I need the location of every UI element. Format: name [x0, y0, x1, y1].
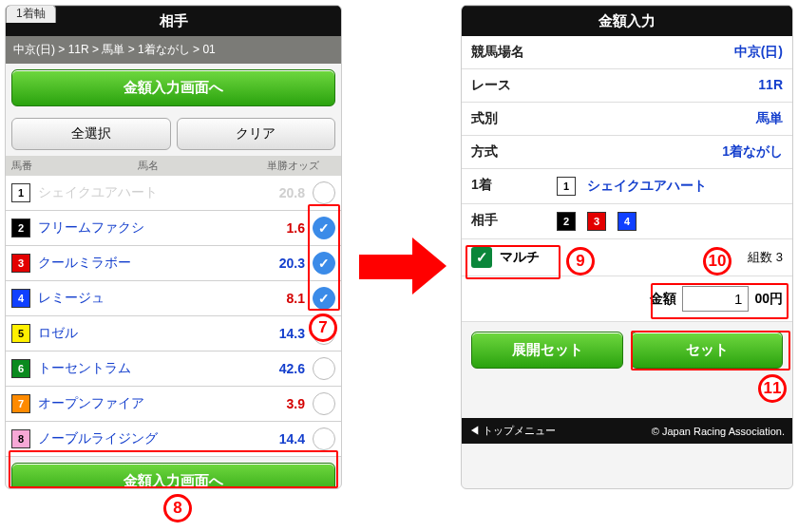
callout-badge-7: 7	[309, 314, 337, 342]
runner-row[interactable]: 5ロゼル14.3	[6, 316, 341, 352]
runner-checkbox[interactable]	[313, 357, 335, 380]
runner-row[interactable]: 6トーセントラム42.6	[6, 352, 341, 387]
runner-checkbox[interactable]	[313, 392, 335, 415]
expand-set-button[interactable]: 展開セット	[471, 332, 623, 369]
runner-num-box: 6	[11, 359, 30, 378]
runner-name: フリームファクシ	[38, 219, 248, 237]
runner-num-box: 5	[11, 324, 30, 343]
runner-odds: 8.1	[248, 291, 305, 306]
top-menu-link[interactable]: トップメニュー	[469, 424, 556, 438]
runner-name: オープンファイア	[38, 395, 248, 412]
copyright: © Japan Racing Association.	[652, 426, 785, 437]
select-all-button[interactable]: 全選択	[11, 118, 171, 150]
opponent-num-box: 2	[557, 212, 576, 231]
callout-frame-8	[9, 450, 338, 488]
right-title: 金額入力	[462, 6, 792, 36]
runner-num-box: 7	[11, 394, 30, 413]
runner-odds: 14.3	[248, 326, 305, 341]
runner-name: レミージュ	[38, 290, 248, 307]
row-first: 1着 1シェイクユアハート	[462, 169, 792, 204]
callout-badge-11: 11	[758, 374, 787, 403]
footer: トップメニュー © Japan Racing Association.	[462, 418, 792, 444]
runner-num-box: 2	[11, 218, 30, 238]
left-screen: 1着軸 相手 中京(日) > 11R > 馬単 > 1着ながし > 01 金額入…	[5, 5, 342, 489]
red-arrow-icon	[359, 238, 449, 294]
row-bet-type: 式別馬単	[462, 103, 792, 136]
runner-name: ロゼル	[38, 325, 248, 342]
runner-checkbox[interactable]	[313, 428, 335, 450]
opponent-num-box: 3	[587, 212, 606, 231]
runner-num-box: 4	[11, 289, 30, 308]
callout-frame-11	[631, 331, 790, 370]
runner-checkbox[interactable]	[313, 181, 335, 204]
runner-name: クールミラボー	[38, 255, 248, 272]
runner-odds: 20.3	[248, 256, 305, 271]
runner-odds: 3.9	[248, 396, 305, 411]
runner-row[interactable]: 7オープンファイア3.9	[6, 387, 341, 422]
runner-num-box: 1	[11, 183, 30, 202]
first-num-box: 1	[557, 177, 576, 196]
opponent-num-box: 4	[618, 212, 636, 231]
runner-odds: 20.8	[248, 185, 305, 200]
left-title: 相手	[6, 6, 341, 36]
callout-badge-9: 9	[566, 247, 595, 276]
runner-name: ノーブルライジング	[38, 430, 248, 447]
runner-odds: 14.4	[248, 431, 305, 446]
callout-badge-8: 8	[163, 494, 192, 522]
runner-row[interactable]: 2フリームファクシ1.6	[6, 211, 341, 246]
runner-num-box: 3	[11, 254, 30, 273]
runner-odds: 1.6	[248, 220, 305, 236]
runner-row[interactable]: 1シェイクユアハート20.8	[6, 176, 341, 211]
runner-row[interactable]: 4レミージュ8.1	[6, 281, 341, 316]
runner-name: シェイクユアハート	[38, 184, 248, 201]
runner-header: 馬番 馬名 単勝オッズ	[6, 156, 341, 176]
row-method: 方式1着ながし	[462, 136, 792, 169]
row-opponents: 相手 234	[462, 204, 792, 239]
axis-tab[interactable]: 1着軸	[6, 5, 56, 23]
runner-odds: 42.6	[248, 361, 305, 376]
clear-button[interactable]: クリア	[177, 118, 336, 150]
runner-list: 1シェイクユアハート20.82フリームファクシ1.63クールミラボー20.34レ…	[6, 176, 341, 457]
callout-frame-7	[308, 204, 340, 311]
callout-badge-10: 10	[703, 247, 732, 276]
callout-frame-10	[651, 283, 788, 319]
row-track: 競馬場名中京(日)	[462, 36, 792, 69]
breadcrumb: 中京(日) > 11R > 馬単 > 1着ながし > 01	[6, 36, 341, 64]
runner-num-box: 8	[11, 429, 30, 448]
callout-frame-9	[466, 245, 560, 279]
runner-row[interactable]: 3クールミラボー20.3	[6, 246, 341, 281]
runner-name: トーセントラム	[38, 360, 248, 377]
to-amount-button-top[interactable]: 金額入力画面へ	[11, 69, 335, 106]
row-race: レース11R	[462, 69, 792, 103]
